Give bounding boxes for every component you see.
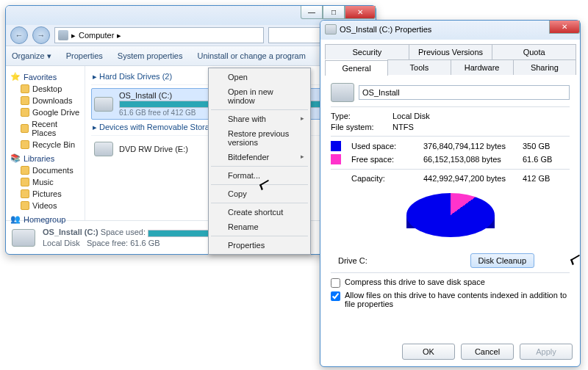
toolbar-organize[interactable]: Organize ▾ bbox=[12, 51, 51, 61]
nav-back-button[interactable]: ← bbox=[10, 26, 28, 44]
volume-label-input[interactable] bbox=[359, 85, 570, 100]
context-item-properties[interactable]: Properties bbox=[210, 238, 309, 253]
details-drive-icon bbox=[12, 229, 35, 247]
nav-pane: ⭐ Favorites Desktop Downloads Google Dri… bbox=[6, 66, 85, 220]
context-item-bitdefender[interactable]: Bitdefender bbox=[210, 150, 309, 164]
sidebar-homegroup-header[interactable]: 👥 Homegroup bbox=[10, 214, 80, 224]
sidebar-item-desktop[interactable]: Desktop bbox=[10, 83, 80, 95]
minimize-button[interactable]: — bbox=[301, 6, 323, 19]
drive-icon bbox=[94, 97, 113, 112]
used-pretty: 350 GB bbox=[523, 142, 570, 150]
toolbar-properties[interactable]: Properties bbox=[66, 51, 103, 60]
index-checkbox[interactable]: Allow files on this drive to have conten… bbox=[331, 291, 570, 308]
sidebar-item-recycle[interactable]: Recycle Bin bbox=[10, 139, 80, 150]
properties-titlebar[interactable]: OS_Install (C:) Properties ✕ bbox=[320, 21, 580, 40]
maximize-button[interactable]: □ bbox=[323, 6, 345, 19]
drive-icon bbox=[325, 24, 337, 35]
ok-button[interactable]: OK bbox=[402, 344, 455, 360]
disk-cleanup-button[interactable]: Disk Cleanup bbox=[470, 253, 534, 268]
usage-pie-chart bbox=[399, 189, 502, 250]
apply-button[interactable]: Apply bbox=[520, 344, 573, 360]
context-item-format-[interactable]: Format... bbox=[210, 168, 309, 183]
context-item-share-with[interactable]: Share with bbox=[210, 112, 309, 126]
context-item-copy[interactable]: Copy bbox=[210, 186, 309, 201]
sidebar-item-documents[interactable]: Documents bbox=[10, 164, 80, 176]
toolbar-system-properties[interactable]: System properties bbox=[118, 51, 183, 60]
sidebar-item-downloads[interactable]: Downloads bbox=[10, 95, 80, 106]
context-item-open[interactable]: Open bbox=[210, 70, 309, 84]
nav-forward-button[interactable]: → bbox=[32, 26, 50, 44]
sidebar-libraries-header[interactable]: 📚 Libraries bbox=[10, 153, 80, 163]
free-pretty: 61.6 GB bbox=[523, 155, 570, 164]
capacity-bytes: 442,992,947,200 bytes bbox=[423, 174, 517, 183]
context-item-open-in-new-window[interactable]: Open in new window bbox=[210, 84, 309, 108]
dvd-icon bbox=[94, 142, 113, 156]
sidebar-item-pictures[interactable]: Pictures bbox=[10, 188, 80, 200]
sidebar-item-google-drive[interactable]: Google Drive bbox=[10, 106, 80, 118]
capacity-pretty: 412 GB bbox=[523, 174, 570, 183]
tab-general[interactable]: General bbox=[325, 60, 388, 76]
properties-dialog: OS_Install (C:) Properties ✕ Security Pr… bbox=[320, 20, 581, 367]
close-button[interactable]: ✕ bbox=[549, 21, 580, 34]
sidebar-item-music[interactable]: Music bbox=[10, 176, 80, 188]
tab-previous-versions[interactable]: Previous Versions bbox=[409, 44, 493, 59]
sidebar-item-recent[interactable]: Recent Places bbox=[10, 118, 80, 139]
context-item-create-shortcut[interactable]: Create shortcut bbox=[210, 205, 309, 220]
general-tab-panel: Type:Local Disk File system:NTFS Used sp… bbox=[320, 75, 580, 314]
context-item-rename[interactable]: Rename bbox=[210, 220, 309, 234]
tab-quota[interactable]: Quota bbox=[492, 44, 576, 59]
cancel-button[interactable]: Cancel bbox=[461, 344, 514, 360]
sidebar-item-videos[interactable]: Videos bbox=[10, 200, 80, 211]
tab-sharing[interactable]: Sharing bbox=[513, 59, 576, 75]
close-button[interactable]: ✕ bbox=[345, 6, 376, 19]
tab-tools[interactable]: Tools bbox=[387, 59, 451, 75]
drive-label: Drive C: bbox=[338, 256, 368, 265]
address-bar[interactable]: ▸ Computer ▸ bbox=[54, 27, 264, 43]
free-swatch-icon bbox=[331, 154, 341, 164]
compress-checkbox[interactable]: Compress this drive to save disk space bbox=[331, 278, 570, 288]
breadcrumb[interactable]: Computer bbox=[79, 31, 114, 40]
used-swatch-icon bbox=[331, 141, 341, 151]
filesystem-value: NTFS bbox=[392, 123, 414, 131]
used-bytes: 376,840,794,112 bytes bbox=[423, 142, 517, 150]
tab-hardware[interactable]: Hardware bbox=[451, 59, 514, 75]
computer-icon bbox=[58, 30, 68, 40]
sidebar-favorites-header[interactable]: ⭐ Favorites bbox=[10, 72, 80, 81]
context-menu[interactable]: OpenOpen in new windowShare withRestore … bbox=[208, 68, 311, 255]
type-value: Local Disk bbox=[392, 112, 430, 120]
dialog-title: OS_Install (C:) Properties bbox=[340, 25, 431, 34]
tab-security[interactable]: Security bbox=[325, 44, 409, 59]
drive-icon bbox=[331, 83, 354, 102]
context-item-restore-previous-versions[interactable]: Restore previous versions bbox=[210, 126, 309, 150]
toolbar-uninstall[interactable]: Uninstall or change a program bbox=[198, 51, 306, 60]
free-bytes: 66,152,153,088 bytes bbox=[423, 155, 517, 164]
